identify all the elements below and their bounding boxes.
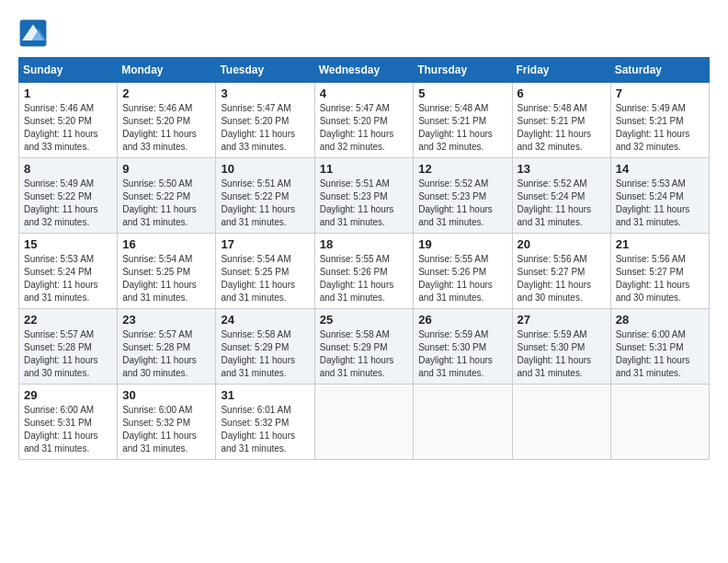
day-number: 7 <box>616 86 704 100</box>
day-info: Sunrise: 6:00 AM Sunset: 5:32 PM Dayligh… <box>122 404 210 455</box>
day-number: 4 <box>320 86 409 100</box>
day-number: 27 <box>518 313 606 327</box>
day-number: 16 <box>122 237 210 251</box>
calendar-cell: 7 Sunrise: 5:49 AM Sunset: 5:21 PM Dayli… <box>610 83 709 158</box>
day-info: Sunrise: 5:54 AM Sunset: 5:25 PM Dayligh… <box>122 253 210 304</box>
day-number: 6 <box>518 86 606 100</box>
day-info: Sunrise: 5:54 AM Sunset: 5:25 PM Dayligh… <box>221 253 309 304</box>
day-number: 3 <box>221 86 309 100</box>
day-info: Sunrise: 5:48 AM Sunset: 5:21 PM Dayligh… <box>418 102 506 154</box>
day-info: Sunrise: 5:55 AM Sunset: 5:26 PM Dayligh… <box>418 253 506 304</box>
week-row-3: 15 Sunrise: 5:53 AM Sunset: 5:24 PM Dayl… <box>19 234 710 309</box>
day-number: 10 <box>221 162 309 176</box>
day-info: Sunrise: 5:59 AM Sunset: 5:30 PM Dayligh… <box>418 328 506 380</box>
day-number: 14 <box>616 162 704 176</box>
calendar-cell: 4 Sunrise: 5:47 AM Sunset: 5:20 PM Dayli… <box>314 83 414 158</box>
calendar-cell: 6 Sunrise: 5:48 AM Sunset: 5:21 PM Dayli… <box>512 83 610 158</box>
calendar-cell: 15 Sunrise: 5:53 AM Sunset: 5:24 PM Dayl… <box>19 234 118 309</box>
day-info: Sunrise: 5:51 AM Sunset: 5:23 PM Dayligh… <box>320 178 409 229</box>
day-info: Sunrise: 5:57 AM Sunset: 5:28 PM Dayligh… <box>24 328 112 380</box>
day-info: Sunrise: 5:50 AM Sunset: 5:22 PM Dayligh… <box>122 178 210 229</box>
day-number: 24 <box>221 313 309 327</box>
day-number: 15 <box>24 237 112 251</box>
day-info: Sunrise: 5:56 AM Sunset: 5:27 PM Dayligh… <box>616 253 704 304</box>
day-info: Sunrise: 6:00 AM Sunset: 5:31 PM Dayligh… <box>616 328 704 380</box>
calendar-cell: 23 Sunrise: 5:57 AM Sunset: 5:28 PM Dayl… <box>118 309 216 385</box>
day-number: 25 <box>320 313 409 327</box>
calendar-cell <box>512 385 610 460</box>
calendar-cell: 26 Sunrise: 5:59 AM Sunset: 5:30 PM Dayl… <box>414 309 512 385</box>
day-info: Sunrise: 5:59 AM Sunset: 5:30 PM Dayligh… <box>518 328 606 380</box>
week-row-2: 8 Sunrise: 5:49 AM Sunset: 5:22 PM Dayli… <box>19 158 710 234</box>
calendar-cell <box>314 385 414 460</box>
day-number: 8 <box>24 162 112 176</box>
calendar-header: SundayMondayTuesdayWednesdayThursdayFrid… <box>19 58 710 83</box>
day-info: Sunrise: 5:58 AM Sunset: 5:29 PM Dayligh… <box>221 328 309 380</box>
day-header-saturday: Saturday <box>610 58 709 83</box>
logo-icon <box>18 18 48 48</box>
day-info: Sunrise: 5:55 AM Sunset: 5:26 PM Dayligh… <box>320 253 409 304</box>
day-info: Sunrise: 5:46 AM Sunset: 5:20 PM Dayligh… <box>122 102 210 154</box>
calendar-cell: 28 Sunrise: 6:00 AM Sunset: 5:31 PM Dayl… <box>610 309 709 385</box>
day-info: Sunrise: 5:53 AM Sunset: 5:24 PM Dayligh… <box>24 253 112 304</box>
day-number: 19 <box>418 237 506 251</box>
day-number: 30 <box>122 388 210 402</box>
day-number: 9 <box>122 162 210 176</box>
day-header-tuesday: Tuesday <box>216 58 314 83</box>
calendar-cell: 1 Sunrise: 5:46 AM Sunset: 5:20 PM Dayli… <box>19 83 118 158</box>
day-number: 31 <box>221 388 309 402</box>
calendar-cell: 3 Sunrise: 5:47 AM Sunset: 5:20 PM Dayli… <box>216 83 314 158</box>
calendar-cell: 2 Sunrise: 5:46 AM Sunset: 5:20 PM Dayli… <box>118 83 216 158</box>
calendar-cell <box>610 385 709 460</box>
day-info: Sunrise: 5:47 AM Sunset: 5:20 PM Dayligh… <box>320 102 409 154</box>
calendar-cell: 19 Sunrise: 5:55 AM Sunset: 5:26 PM Dayl… <box>414 234 512 309</box>
calendar-cell: 10 Sunrise: 5:51 AM Sunset: 5:22 PM Dayl… <box>216 158 314 234</box>
calendar-cell: 13 Sunrise: 5:52 AM Sunset: 5:24 PM Dayl… <box>512 158 610 234</box>
calendar-cell: 25 Sunrise: 5:58 AM Sunset: 5:29 PM Dayl… <box>314 309 414 385</box>
day-info: Sunrise: 5:49 AM Sunset: 5:21 PM Dayligh… <box>616 102 704 154</box>
calendar: SundayMondayTuesdayWednesdayThursdayFrid… <box>18 57 710 460</box>
calendar-cell: 9 Sunrise: 5:50 AM Sunset: 5:22 PM Dayli… <box>118 158 216 234</box>
day-info: Sunrise: 5:46 AM Sunset: 5:20 PM Dayligh… <box>24 102 112 154</box>
calendar-cell: 18 Sunrise: 5:55 AM Sunset: 5:26 PM Dayl… <box>314 234 414 309</box>
day-info: Sunrise: 5:52 AM Sunset: 5:24 PM Dayligh… <box>518 178 606 229</box>
day-number: 2 <box>122 86 210 100</box>
calendar-cell: 12 Sunrise: 5:52 AM Sunset: 5:23 PM Dayl… <box>414 158 512 234</box>
calendar-cell: 8 Sunrise: 5:49 AM Sunset: 5:22 PM Dayli… <box>19 158 118 234</box>
calendar-cell: 24 Sunrise: 5:58 AM Sunset: 5:29 PM Dayl… <box>216 309 314 385</box>
day-info: Sunrise: 6:00 AM Sunset: 5:31 PM Dayligh… <box>24 404 112 455</box>
day-number: 5 <box>418 86 506 100</box>
calendar-cell: 31 Sunrise: 6:01 AM Sunset: 5:32 PM Dayl… <box>216 385 314 460</box>
calendar-cell: 14 Sunrise: 5:53 AM Sunset: 5:24 PM Dayl… <box>610 158 709 234</box>
day-number: 12 <box>418 162 506 176</box>
day-header-monday: Monday <box>118 58 216 83</box>
day-number: 21 <box>616 237 704 251</box>
day-number: 18 <box>320 237 409 251</box>
logo <box>18 18 51 48</box>
day-info: Sunrise: 5:49 AM Sunset: 5:22 PM Dayligh… <box>24 178 112 229</box>
day-number: 28 <box>616 313 704 327</box>
day-number: 11 <box>320 162 409 176</box>
week-row-4: 22 Sunrise: 5:57 AM Sunset: 5:28 PM Dayl… <box>19 309 710 385</box>
day-header-sunday: Sunday <box>19 58 118 83</box>
day-number: 22 <box>24 313 112 327</box>
week-row-5: 29 Sunrise: 6:00 AM Sunset: 5:31 PM Dayl… <box>19 385 710 460</box>
day-info: Sunrise: 5:52 AM Sunset: 5:23 PM Dayligh… <box>418 178 506 229</box>
day-info: Sunrise: 5:53 AM Sunset: 5:24 PM Dayligh… <box>616 178 704 229</box>
day-info: Sunrise: 5:57 AM Sunset: 5:28 PM Dayligh… <box>122 328 210 380</box>
calendar-cell: 11 Sunrise: 5:51 AM Sunset: 5:23 PM Dayl… <box>314 158 414 234</box>
header <box>18 18 710 48</box>
day-info: Sunrise: 5:56 AM Sunset: 5:27 PM Dayligh… <box>518 253 606 304</box>
calendar-cell: 17 Sunrise: 5:54 AM Sunset: 5:25 PM Dayl… <box>216 234 314 309</box>
day-number: 17 <box>221 237 309 251</box>
day-number: 29 <box>24 388 112 402</box>
day-number: 20 <box>518 237 606 251</box>
calendar-cell: 21 Sunrise: 5:56 AM Sunset: 5:27 PM Dayl… <box>610 234 709 309</box>
day-number: 23 <box>122 313 210 327</box>
calendar-cell: 22 Sunrise: 5:57 AM Sunset: 5:28 PM Dayl… <box>19 309 118 385</box>
week-row-1: 1 Sunrise: 5:46 AM Sunset: 5:20 PM Dayli… <box>19 83 710 158</box>
day-info: Sunrise: 5:48 AM Sunset: 5:21 PM Dayligh… <box>518 102 606 154</box>
day-info: Sunrise: 5:58 AM Sunset: 5:29 PM Dayligh… <box>320 328 409 380</box>
day-number: 1 <box>24 86 112 100</box>
day-number: 26 <box>418 313 506 327</box>
